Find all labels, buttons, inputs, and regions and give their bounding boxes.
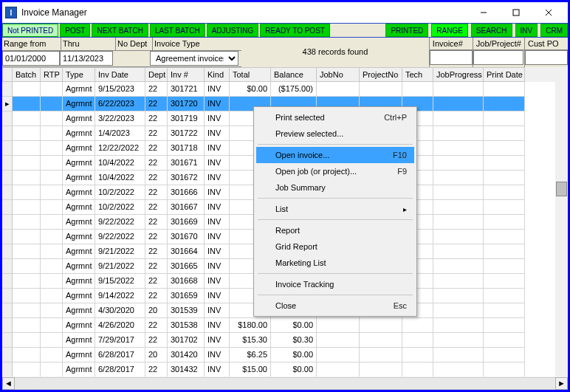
cust-po-input[interactable] (525, 50, 568, 65)
col-dept[interactable]: Dept (145, 67, 168, 82)
not-printed-button[interactable]: Not PRINTED (2, 24, 58, 37)
cell (41, 111, 63, 126)
invoice-type-select[interactable]: Agreement invoices (150, 51, 238, 66)
table-row[interactable]: Agrmnt7/29/201722301702INV$15.30$0.30 (2, 333, 568, 348)
col-inv-num[interactable]: Inv # (168, 67, 205, 82)
col-batch[interactable]: Batch (13, 67, 41, 82)
table-row[interactable]: Agrmnt6/28/201722301432INV$15.00$0.00 (2, 362, 568, 376)
cell: 20 (145, 303, 168, 318)
cell (484, 97, 525, 111)
minimize-button[interactable] (467, 4, 500, 21)
cell (41, 126, 63, 141)
cell: INV (205, 289, 230, 303)
adjusting-button[interactable]: ADJUSTING (207, 24, 259, 37)
col-print-date[interactable]: Print Date (484, 67, 525, 82)
cell: 301432 (168, 362, 205, 376)
invoice-no-input[interactable] (430, 50, 473, 65)
cell: INV (205, 259, 230, 274)
cell (41, 318, 63, 333)
menu-marketing-list[interactable]: Marketing List (256, 255, 414, 271)
last-batch-button[interactable]: LAST BATCH (150, 24, 205, 37)
cell: 301722 (168, 126, 205, 141)
close-button[interactable] (532, 4, 565, 21)
scroll-left-icon[interactable]: ◄ (2, 377, 15, 390)
menu-invoice-tracking[interactable]: Invoice Tracking (256, 276, 414, 292)
records-found-label: 438 records found (241, 38, 429, 67)
cell: 301719 (168, 111, 205, 126)
search-button[interactable]: SEARCH (471, 24, 512, 37)
cell: 301420 (168, 348, 205, 362)
job-project-input[interactable] (473, 50, 523, 65)
post-button[interactable]: POST (60, 24, 90, 37)
next-batch-button[interactable]: NEXT BATCH (92, 24, 148, 37)
cell: $0.00 (271, 348, 317, 362)
menu-open-job[interactable]: Open job (or project)...F9 (256, 163, 414, 179)
cell (13, 230, 41, 244)
cell (433, 141, 484, 156)
thru-input[interactable] (60, 51, 113, 66)
inv-button[interactable]: INV (515, 24, 538, 37)
cell (433, 333, 484, 348)
cell: 9/22/2022 (95, 215, 145, 230)
col-inv-date[interactable]: Inv Date (95, 67, 145, 82)
cell: Agrmnt (63, 111, 95, 126)
context-menu: Print selectedCtrl+P Preview selected...… (253, 106, 417, 317)
cell: 12/22/2022 (95, 141, 145, 156)
col-jobprogress[interactable]: JobProgress (433, 67, 484, 82)
cell (402, 82, 433, 97)
cell (433, 126, 484, 141)
scroll-right-icon[interactable]: ► (555, 377, 568, 390)
table-row[interactable]: Agrmnt9/15/202322301721INV$0.00($175.00) (2, 82, 568, 97)
menu-report[interactable]: Report (256, 222, 414, 238)
row-marker (2, 141, 13, 156)
col-type[interactable]: Type (63, 67, 95, 82)
cell (484, 111, 525, 126)
menu-close[interactable]: CloseEsc (256, 298, 414, 314)
table-row[interactable]: Agrmnt6/28/201720301420INV$6.25$0.00 (2, 348, 568, 362)
cell (13, 259, 41, 274)
col-kind[interactable]: Kind (205, 67, 230, 82)
cell (13, 200, 41, 215)
scroll-thumb[interactable] (556, 182, 567, 196)
col-total[interactable]: Total (230, 67, 271, 82)
menu-grid-report[interactable]: Grid Report (256, 238, 414, 255)
col-projectno[interactable]: ProjectNo (360, 67, 402, 82)
menu-list[interactable]: List▸ (256, 201, 414, 217)
col-balance[interactable]: Balance (271, 67, 317, 82)
menu-open-invoice[interactable]: Open invoice...F10 (256, 147, 414, 163)
cell: 22 (145, 111, 168, 126)
cell: 10/4/2022 (95, 171, 145, 185)
cell: 9/15/2023 (95, 82, 145, 97)
range-button[interactable]: RANGE (431, 24, 468, 37)
maximize-button[interactable] (500, 4, 532, 21)
cell (484, 289, 525, 303)
cell (433, 82, 484, 97)
horizontal-scrollbar[interactable]: ◄ ► (2, 376, 568, 390)
cell (360, 333, 402, 348)
cell: $0.00 (271, 318, 317, 333)
menu-print-selected[interactable]: Print selectedCtrl+P (256, 109, 414, 125)
table-row[interactable]: Agrmnt4/26/202022301538INV$180.00$0.00 (2, 318, 568, 333)
range-from-input[interactable] (2, 51, 60, 66)
vertical-scrollbar[interactable] (555, 82, 568, 376)
cell: INV (205, 244, 230, 259)
col-jobno[interactable]: JobNo (317, 67, 360, 82)
cell: 10/4/2022 (95, 156, 145, 171)
cell (484, 333, 525, 348)
menu-preview-selected[interactable]: Preview selected... (256, 125, 414, 142)
cell (13, 244, 41, 259)
cell: 301672 (168, 171, 205, 185)
menu-job-summary[interactable]: Job Summary (256, 179, 414, 196)
cell (317, 333, 360, 348)
col-tech[interactable]: Tech (402, 67, 433, 82)
cell (41, 333, 63, 348)
col-rtp[interactable]: RTP (41, 67, 63, 82)
cell (41, 303, 63, 318)
cell (433, 97, 484, 111)
printed-button[interactable]: PRINTED (385, 24, 428, 37)
cell (484, 348, 525, 362)
cell (360, 318, 402, 333)
crm-button[interactable]: CRM (540, 24, 568, 37)
cell: INV (205, 141, 230, 156)
ready-to-post-button[interactable]: READY TO POST (260, 24, 330, 37)
